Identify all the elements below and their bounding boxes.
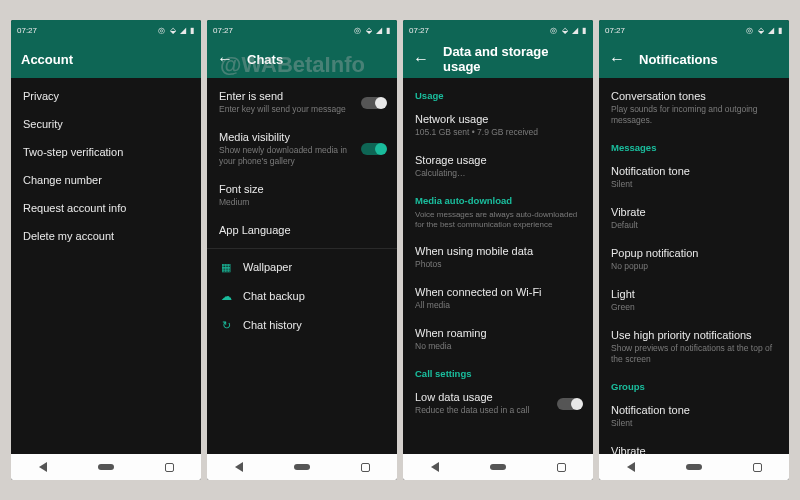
screen-title: Chats <box>247 52 283 67</box>
item-subtext: Silent <box>611 418 777 429</box>
item-label: Vibrate <box>611 206 777 218</box>
status-time: 07:27 <box>605 26 625 35</box>
settings-item[interactable]: When connected on Wi-FiAll media <box>403 278 593 319</box>
item-label: Font size <box>219 183 385 195</box>
item-label: Change number <box>23 174 189 186</box>
item-label: Storage usage <box>415 154 581 166</box>
nav-back-icon[interactable] <box>231 462 247 472</box>
settings-item[interactable]: VibrateDefault <box>599 198 789 239</box>
nav-home-icon[interactable] <box>294 462 310 472</box>
back-icon[interactable]: ← <box>217 50 233 68</box>
status-bar: 07:27◎ ⬙ ◢ ▮ <box>599 20 789 40</box>
item-text: Chat backup <box>243 290 385 302</box>
back-icon[interactable]: ← <box>609 50 625 68</box>
item-subtext: Reduce the data used in a call <box>415 405 547 416</box>
settings-item[interactable]: Media visibilityShow newly downloaded me… <box>207 123 397 175</box>
status-icons: ◎ ⬙ ◢ ▮ <box>158 26 195 35</box>
switch-knob <box>375 97 387 109</box>
phone-screen: 07:27◎ ⬙ ◢ ▮AccountPrivacySecurityTwo-st… <box>11 20 201 480</box>
item-text: Security <box>23 118 189 130</box>
nav-recent-icon[interactable] <box>357 462 373 472</box>
nav-back-icon[interactable] <box>35 462 51 472</box>
item-text: Popup notificationNo popup <box>611 247 777 272</box>
item-label: Light <box>611 288 777 300</box>
settings-item[interactable]: App Language <box>207 216 397 244</box>
settings-item[interactable]: Change number <box>11 166 201 194</box>
status-bar: 07:27◎ ⬙ ◢ ▮ <box>403 20 593 40</box>
settings-item[interactable]: Security <box>11 110 201 138</box>
item-text: Conversation tonesPlay sounds for incomi… <box>611 90 777 126</box>
item-text: Delete my account <box>23 230 189 242</box>
settings-item[interactable]: Font sizeMedium <box>207 175 397 216</box>
item-text: When using mobile dataPhotos <box>415 245 581 270</box>
nav-recent-icon[interactable] <box>749 462 765 472</box>
item-text: Media visibilityShow newly downloaded me… <box>219 131 351 167</box>
item-label: Popup notification <box>611 247 777 259</box>
app-bar: Account <box>11 40 201 78</box>
settings-item[interactable]: Network usage105.1 GB sent • 7.9 GB rece… <box>403 105 593 146</box>
settings-item[interactable]: Storage usageCalculating… <box>403 146 593 187</box>
section-header: Call settings <box>403 360 593 383</box>
settings-item[interactable]: Request account info <box>11 194 201 222</box>
settings-item[interactable]: Use high priority notificationsShow prev… <box>599 321 789 373</box>
item-icon: ☁ <box>219 290 233 303</box>
settings-item[interactable]: Notification toneSilent <box>599 157 789 198</box>
app-bar: ←Chats <box>207 40 397 78</box>
nav-back-icon[interactable] <box>427 462 443 472</box>
nav-home-icon[interactable] <box>98 462 114 472</box>
back-icon[interactable]: ← <box>413 50 429 68</box>
section-header: Messages <box>599 134 789 157</box>
settings-list: PrivacySecurityTwo-step verificationChan… <box>11 78 201 454</box>
item-subtext: Default <box>611 220 777 231</box>
toggle-switch[interactable] <box>361 97 385 109</box>
settings-item[interactable]: Enter is sendEnter key will send your me… <box>207 82 397 123</box>
settings-item[interactable]: Delete my account <box>11 222 201 250</box>
section-header: Groups <box>599 373 789 396</box>
item-subtext: Show newly downloaded media in your phon… <box>219 145 351 167</box>
item-label: When roaming <box>415 327 581 339</box>
settings-item[interactable]: When using mobile dataPhotos <box>403 237 593 278</box>
item-subtext: Photos <box>415 259 581 270</box>
item-subtext: No media <box>415 341 581 352</box>
nav-recent-icon[interactable] <box>161 462 177 472</box>
item-subtext: 105.1 GB sent • 7.9 GB received <box>415 127 581 138</box>
nav-back-icon[interactable] <box>623 462 639 472</box>
nav-home-icon[interactable] <box>490 462 506 472</box>
settings-item[interactable]: Privacy <box>11 82 201 110</box>
item-label: Delete my account <box>23 230 189 242</box>
item-label: Chat history <box>243 319 385 331</box>
item-text: VibrateDefault <box>611 206 777 231</box>
item-label: Notification tone <box>611 404 777 416</box>
settings-item[interactable]: Notification toneSilent <box>599 396 789 437</box>
settings-list: UsageNetwork usage105.1 GB sent • 7.9 GB… <box>403 78 593 454</box>
phone-screen: 07:27◎ ⬙ ◢ ▮←ChatsEnter is sendEnter key… <box>207 20 397 480</box>
settings-item[interactable]: Vibrate <box>599 437 789 454</box>
item-label: Use high priority notifications <box>611 329 777 341</box>
section-subtext: Voice messages are always auto-downloade… <box>403 210 593 237</box>
item-subtext: Silent <box>611 179 777 190</box>
settings-item[interactable]: Popup notificationNo popup <box>599 239 789 280</box>
item-text: Wallpaper <box>243 261 385 273</box>
item-label: When using mobile data <box>415 245 581 257</box>
settings-item[interactable]: Conversation tonesPlay sounds for incomi… <box>599 82 789 134</box>
nav-home-icon[interactable] <box>686 462 702 472</box>
item-text: Chat history <box>243 319 385 331</box>
settings-item[interactable]: When roamingNo media <box>403 319 593 360</box>
settings-item[interactable]: Two-step verification <box>11 138 201 166</box>
item-label: Media visibility <box>219 131 351 143</box>
toggle-switch[interactable] <box>557 398 581 410</box>
settings-item[interactable]: ☁Chat backup <box>207 282 397 311</box>
status-icons: ◎ ⬙ ◢ ▮ <box>354 26 391 35</box>
settings-list: Conversation tonesPlay sounds for incomi… <box>599 78 789 454</box>
item-label: Conversation tones <box>611 90 777 102</box>
item-subtext: Medium <box>219 197 385 208</box>
item-text: Request account info <box>23 202 189 214</box>
settings-item[interactable]: ▦Wallpaper <box>207 253 397 282</box>
toggle-switch[interactable] <box>361 143 385 155</box>
settings-item[interactable]: Low data usageReduce the data used in a … <box>403 383 593 424</box>
settings-item[interactable]: ↻Chat history <box>207 311 397 340</box>
item-label: When connected on Wi-Fi <box>415 286 581 298</box>
nav-recent-icon[interactable] <box>553 462 569 472</box>
settings-item[interactable]: LightGreen <box>599 280 789 321</box>
item-label: Notification tone <box>611 165 777 177</box>
